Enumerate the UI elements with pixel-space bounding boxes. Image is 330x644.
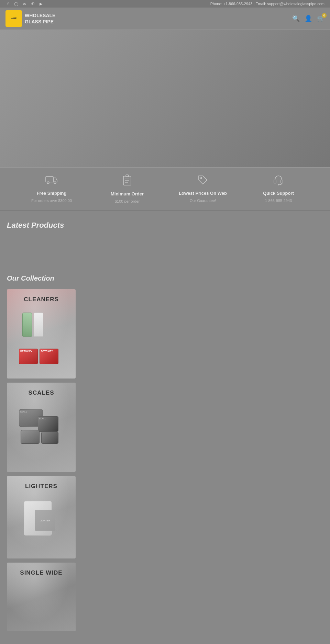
latest-products-area [7, 237, 323, 264]
youtube-icon[interactable]: ▶ [38, 1, 43, 6]
feature-quick-support: Quick Support 1-866-985-2943 [251, 174, 306, 203]
features-bar: Free Shipping For orders over $300.00 Mi… [0, 167, 330, 211]
logo-image: WGP [6, 10, 22, 27]
truck-icon [45, 174, 58, 188]
clipboard-icon [122, 174, 132, 189]
our-collection-title: Our Collection [7, 274, 323, 282]
hero-banner [0, 30, 330, 167]
cart-badge: 0 [322, 13, 327, 18]
collection-item-scales[interactable]: SCALES SCALE SCALE [7, 383, 76, 472]
main-content: Latest Products Our Collection CLEANERS … [0, 211, 330, 642]
svg-rect-4 [126, 175, 129, 177]
quick-support-subtitle: 1-866-985-2943 [265, 199, 292, 203]
header-icons: 🔍 👤 🛒 0 [292, 15, 324, 22]
header: WGP WHOLESALE GLASS PIPE 🔍 👤 🛒 0 [0, 8, 330, 30]
minimum-order-subtitle: $100 per order [115, 199, 140, 203]
scales-label: SCALES [29, 389, 54, 396]
latest-products-title: Latest Products [7, 221, 323, 230]
svg-rect-0 [46, 177, 53, 182]
logo[interactable]: WGP WHOLESALE GLASS PIPE [6, 10, 55, 27]
single-wide-label: SINGLE WIDE [20, 569, 62, 576]
lowest-prices-subtitle: Our Guarantee! [190, 199, 216, 203]
logo-text: WHOLESALE GLASS PIPE [25, 12, 55, 25]
feature-free-shipping: Free Shipping For orders over $300.00 [24, 174, 79, 203]
facebook-icon[interactable]: f [6, 1, 10, 6]
feature-minimum-order: Minimum Order $100 per order [100, 174, 155, 203]
collection-item-single-wide[interactable]: SINGLE WIDE [7, 563, 76, 631]
collection-item-lighters[interactable]: LIGHTERS LIGHTER [7, 476, 76, 558]
phone-icon[interactable]: ✆ [30, 1, 35, 6]
feature-lowest-prices: Lowest Prices On Web Our Guarantee! [175, 174, 230, 203]
svg-rect-10 [281, 180, 283, 183]
cleaners-label: CLEANERS [24, 296, 59, 303]
social-icons: f ◯ ✉ ✆ ▶ [6, 1, 43, 6]
free-shipping-subtitle: For orders over $300.00 [31, 199, 72, 203]
minimum-order-title: Minimum Order [111, 191, 144, 196]
search-icon[interactable]: 🔍 [292, 15, 300, 22]
free-shipping-title: Free Shipping [37, 191, 67, 196]
svg-point-8 [200, 177, 202, 179]
svg-point-11 [278, 184, 279, 185]
collection-item-cleaners[interactable]: CLEANERS DETOXIFY DETOXIFY [7, 289, 76, 379]
price-tag-icon [197, 174, 208, 188]
contact-info: Phone: +1-866-985-2943 | Email: support@… [210, 2, 324, 6]
email-icon[interactable]: ✉ [22, 1, 27, 6]
cart-icon[interactable]: 🛒 0 [317, 15, 324, 22]
lighters-label: LIGHTERS [25, 483, 57, 490]
svg-rect-9 [274, 180, 276, 183]
lowest-prices-title: Lowest Prices On Web [179, 191, 227, 196]
quick-support-title: Quick Support [263, 191, 294, 196]
instagram-icon[interactable]: ◯ [14, 1, 19, 6]
collection-list: CLEANERS DETOXIFY DETOXIFY SCALES [7, 289, 323, 631]
headset-icon [273, 174, 284, 188]
top-bar: f ◯ ✉ ✆ ▶ Phone: +1-866-985-2943 | Email… [0, 0, 330, 8]
account-icon[interactable]: 👤 [305, 15, 312, 22]
